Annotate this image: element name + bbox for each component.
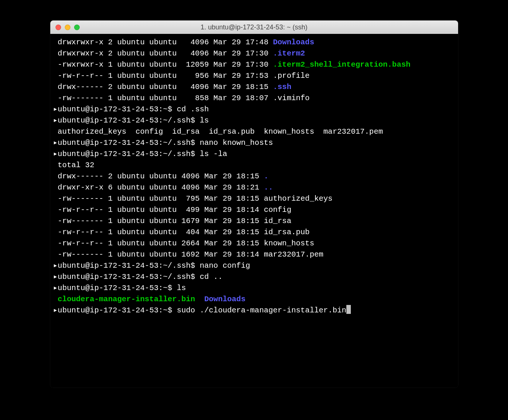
terminal-line: ▸ubuntu@ip-172-31-24-53:~/.ssh$ cd .. xyxy=(50,271,458,283)
terminal-line: -rw-r--r-- 1 ubuntu ubuntu 956 Mar 29 17… xyxy=(50,70,458,82)
terminal-line: -rw------- 1 ubuntu ubuntu 1679 Mar 29 1… xyxy=(50,216,458,227)
text-segment: -rw------- 1 ubuntu ubuntu 858 Mar 29 18… xyxy=(53,94,310,102)
terminal-line: total 32 xyxy=(50,160,458,171)
terminal-body[interactable]: drwxrwxr-x 2 ubuntu ubuntu 4096 Mar 29 1… xyxy=(50,34,458,388)
terminal-line: drwxrwxr-x 2 ubuntu ubuntu 4096 Mar 29 1… xyxy=(50,37,458,48)
text-segment: drwx------ 2 ubuntu ubuntu 4096 Mar 29 1… xyxy=(53,172,264,181)
text-segment: drwxrwxr-x 2 ubuntu ubuntu 4096 Mar 29 1… xyxy=(53,38,273,47)
terminal-line: ▸ubuntu@ip-172-31-24-53:~$ cd .ssh xyxy=(50,104,458,115)
text-segment xyxy=(53,295,58,303)
text-segment: ▸ubuntu@ip-172-31-24-53:~/.ssh$ nano kno… xyxy=(53,139,273,147)
terminal-line: -rw-r--r-- 1 ubuntu ubuntu 404 Mar 29 18… xyxy=(50,227,458,238)
text-segment: drwx------ 2 ubuntu ubuntu 4096 Mar 29 1… xyxy=(53,83,273,91)
terminal-line: drwx------ 2 ubuntu ubuntu 4096 Mar 29 1… xyxy=(50,82,458,93)
maximize-icon[interactable] xyxy=(74,25,80,30)
terminal-line: ▸ubuntu@ip-172-31-24-53:~/.ssh$ nano con… xyxy=(50,260,458,271)
text-segment: -rw------- 1 ubuntu ubuntu 1679 Mar 29 1… xyxy=(53,217,292,225)
window-title: 1. ubuntu@ip-172-31-24-53: ~ (ssh) xyxy=(50,23,458,31)
terminal-line: drwx------ 2 ubuntu ubuntu 4096 Mar 29 1… xyxy=(50,171,458,182)
terminal-line: ▸ubuntu@ip-172-31-24-53:~/.ssh$ ls xyxy=(50,115,458,126)
terminal-line: -rw------- 1 ubuntu ubuntu 1692 Mar 29 1… xyxy=(50,249,458,260)
text-segment: authorized_keys config id_rsa id_rsa.pub… xyxy=(53,127,383,136)
text-segment: -rwxrwxr-x 1 ubuntu ubuntu 12059 Mar 29 … xyxy=(53,60,273,69)
text-segment: ▸ubuntu@ip-172-31-24-53:~/.ssh$ ls xyxy=(53,116,209,125)
close-icon[interactable] xyxy=(55,25,61,30)
title-bar[interactable]: 1. ubuntu@ip-172-31-24-53: ~ (ssh) xyxy=(50,20,458,34)
text-segment: ▸ubuntu@ip-172-31-24-53:~/.ssh$ nano con… xyxy=(53,261,250,270)
text-segment: -rw-r--r-- 1 ubuntu ubuntu 2664 Mar 29 1… xyxy=(53,239,314,248)
terminal-line: -rw-r--r-- 1 ubuntu ubuntu 499 Mar 29 18… xyxy=(50,204,458,216)
text-segment: ▸ubuntu@ip-172-31-24-53:~$ ls xyxy=(53,284,186,292)
text-segment: . xyxy=(264,172,268,181)
text-segment: Downloads xyxy=(204,295,245,303)
text-segment: .iterm2 xyxy=(273,49,305,58)
terminal-line: ▸ubuntu@ip-172-31-24-53:~/.ssh$ nano kno… xyxy=(50,137,458,149)
text-segment: -rw------- 1 ubuntu ubuntu 795 Mar 29 18… xyxy=(53,194,333,203)
text-segment: ▸ubuntu@ip-172-31-24-53:~/.ssh$ ls -la xyxy=(53,150,228,158)
minimize-icon[interactable] xyxy=(65,25,70,30)
cursor-icon xyxy=(346,305,351,314)
terminal-line: ▸ubuntu@ip-172-31-24-53:~$ ls xyxy=(50,283,458,294)
terminal-line: -rwxrwxr-x 1 ubuntu ubuntu 12059 Mar 29 … xyxy=(50,59,458,70)
text-segment: ▸ubuntu@ip-172-31-24-53:~/.ssh$ cd .. xyxy=(53,273,223,281)
text-segment: -rw-r--r-- 1 ubuntu ubuntu 499 Mar 29 18… xyxy=(53,206,292,214)
text-segment: -rw------- 1 ubuntu ubuntu 1692 Mar 29 1… xyxy=(53,250,324,259)
text-segment: drwxr-xr-x 6 ubuntu ubuntu 4096 Mar 29 1… xyxy=(53,183,264,192)
text-segment: total 32 xyxy=(53,161,95,169)
terminal-line: cloudera-manager-installer.bin Downloads xyxy=(50,294,458,305)
terminal-line: ▸ubuntu@ip-172-31-24-53:~/.ssh$ ls -la xyxy=(50,149,458,160)
text-segment: -rw-r--r-- 1 ubuntu ubuntu 404 Mar 29 18… xyxy=(53,228,310,236)
terminal-line: authorized_keys config id_rsa id_rsa.pub… xyxy=(50,126,458,137)
text-segment: -rw-r--r-- 1 ubuntu ubuntu 956 Mar 29 17… xyxy=(53,71,310,80)
terminal-line: drwxrwxr-x 2 ubuntu ubuntu 4096 Mar 29 1… xyxy=(50,48,458,59)
terminal-window: 1. ubuntu@ip-172-31-24-53: ~ (ssh) drwxr… xyxy=(50,20,458,388)
text-segment: ▸ubuntu@ip-172-31-24-53:~$ cd .ssh xyxy=(53,105,209,114)
text-segment: .ssh xyxy=(273,83,291,91)
text-segment: drwxrwxr-x 2 ubuntu ubuntu 4096 Mar 29 1… xyxy=(53,49,273,58)
terminal-line: -rw-r--r-- 1 ubuntu ubuntu 2664 Mar 29 1… xyxy=(50,238,458,249)
terminal-line: -rw------- 1 ubuntu ubuntu 795 Mar 29 18… xyxy=(50,193,458,204)
text-segment: ▸ubuntu@ip-172-31-24-53:~$ sudo ./cloude… xyxy=(53,306,346,315)
text-segment: Downloads xyxy=(273,38,314,47)
text-segment: cloudera-manager-installer.bin xyxy=(58,295,195,303)
terminal-line: ▸ubuntu@ip-172-31-24-53:~$ sudo ./cloude… xyxy=(50,305,458,316)
text-segment: .iterm2_shell_integration.bash xyxy=(273,60,410,69)
text-segment: .. xyxy=(264,183,273,192)
text-segment xyxy=(195,295,204,303)
traffic-lights xyxy=(55,25,80,30)
terminal-line: drwxr-xr-x 6 ubuntu ubuntu 4096 Mar 29 1… xyxy=(50,182,458,193)
terminal-line: -rw------- 1 ubuntu ubuntu 858 Mar 29 18… xyxy=(50,93,458,104)
